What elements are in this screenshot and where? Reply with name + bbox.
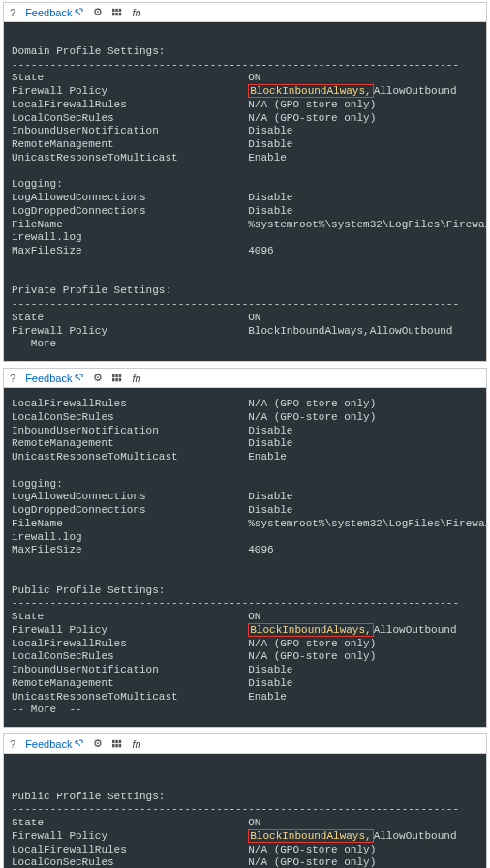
gear-icon[interactable]: ⚙ [93, 372, 103, 384]
help-icon[interactable]: ? [10, 373, 15, 384]
svg-rect-1 [116, 8, 119, 11]
toolbar: ? Feedback ⚙ fn [4, 369, 486, 388]
svg-rect-17 [119, 744, 122, 747]
external-link-icon [74, 739, 83, 749]
svg-rect-9 [112, 378, 115, 381]
feedback-link[interactable]: Feedback [25, 738, 83, 750]
svg-rect-7 [116, 374, 119, 376]
svg-rect-15 [112, 744, 115, 747]
svg-rect-16 [116, 744, 119, 747]
feedback-label: Feedback [25, 7, 72, 18]
svg-rect-4 [116, 13, 119, 15]
svg-rect-14 [119, 739, 122, 742]
fn-label[interactable]: fn [132, 373, 140, 384]
feedback-link[interactable]: Feedback [25, 7, 83, 18]
terminal-pane-2: ? Feedback ⚙ fn LocalFirewallRules N/A (… [3, 368, 487, 728]
grid-icon[interactable] [112, 739, 122, 749]
external-link-icon [74, 374, 83, 383]
terminal-output-2: LocalFirewallRules N/A (GPO-store only) … [4, 388, 486, 727]
fn-label[interactable]: fn [132, 738, 140, 750]
svg-rect-3 [112, 13, 115, 15]
svg-rect-5 [119, 13, 122, 15]
feedback-link[interactable]: Feedback [25, 373, 83, 384]
svg-rect-0 [112, 8, 115, 11]
feedback-label: Feedback [25, 738, 72, 750]
svg-rect-2 [119, 8, 122, 11]
help-icon[interactable]: ? [10, 7, 15, 18]
grid-icon[interactable] [112, 8, 122, 17]
svg-rect-8 [119, 374, 122, 376]
svg-rect-13 [116, 739, 119, 742]
svg-rect-10 [116, 378, 119, 381]
svg-rect-12 [112, 739, 115, 742]
terminal-output-1: Domain Profile Settings: ---------------… [4, 22, 486, 361]
terminal-pane-3: ? Feedback ⚙ fn Public Profile Settings:… [3, 733, 487, 868]
external-link-icon [74, 8, 83, 17]
help-icon[interactable]: ? [10, 738, 15, 750]
fn-label[interactable]: fn [132, 7, 140, 18]
grid-icon[interactable] [112, 374, 122, 383]
terminal-pane-1: ? Feedback ⚙ fn Domain Profile Settings:… [3, 2, 487, 362]
gear-icon[interactable]: ⚙ [93, 737, 103, 750]
feedback-label: Feedback [25, 373, 72, 384]
svg-rect-6 [112, 374, 115, 376]
toolbar: ? Feedback ⚙ fn [4, 3, 486, 22]
gear-icon[interactable]: ⚙ [93, 6, 103, 18]
terminal-output-3: Public Profile Settings: ---------------… [4, 754, 486, 868]
toolbar: ? Feedback ⚙ fn [4, 734, 486, 754]
svg-rect-11 [119, 378, 122, 381]
